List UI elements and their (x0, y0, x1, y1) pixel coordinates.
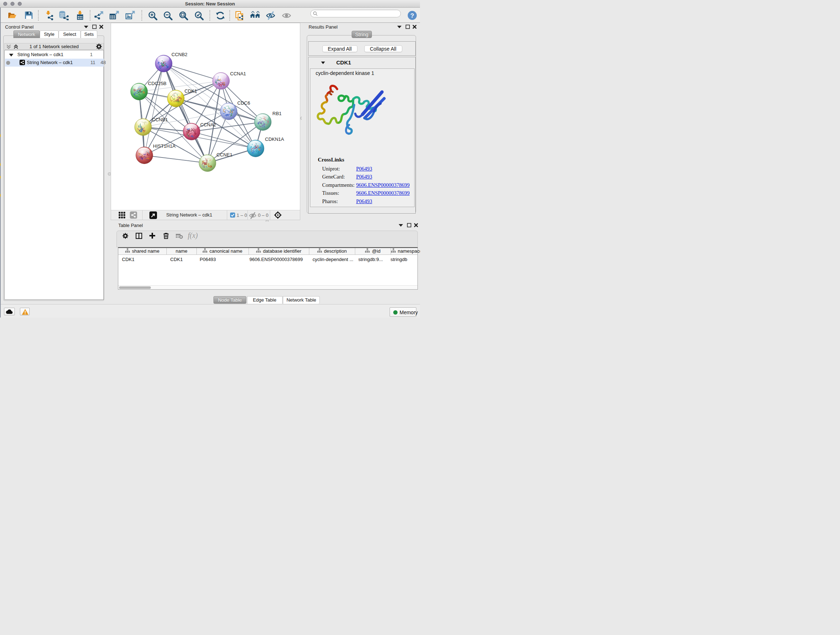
svg-text:CDC25B: CDC25B (148, 81, 166, 86)
svg-text:?: ? (410, 12, 414, 19)
svg-text:CCNB2: CCNB2 (172, 52, 187, 57)
svg-text:CCNA2: CCNA2 (201, 122, 216, 127)
svg-text:CCNB1: CCNB1 (152, 117, 168, 122)
svg-text:CDC6: CDC6 (237, 100, 250, 106)
svg-text:CDKN1A: CDKN1A (265, 136, 284, 142)
svg-text:HIST1H1A: HIST1H1A (153, 143, 175, 149)
svg-text:CDK1: CDK1 (185, 88, 197, 94)
svg-text:RB1: RB1 (272, 111, 281, 116)
svg-text:CCNE1: CCNE1 (217, 152, 233, 157)
svg-text:CCNA1: CCNA1 (230, 71, 246, 76)
